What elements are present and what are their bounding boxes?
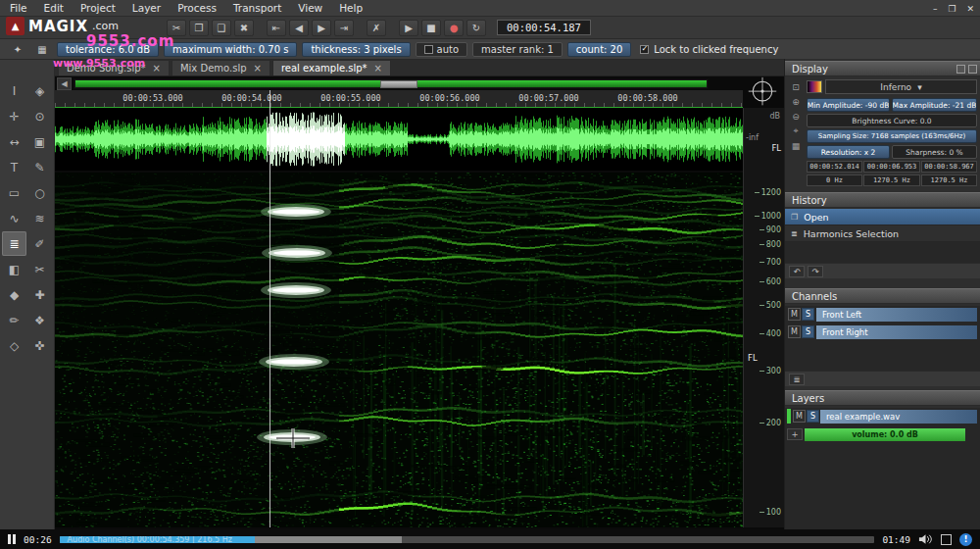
panel-pin-icon[interactable] [956,65,965,74]
info-badge[interactable]: ! [959,533,972,546]
draw-tool[interactable]: ✎ [27,155,52,179]
menu-layer[interactable]: Layer [132,2,161,14]
measure-tool[interactable]: ✜ [27,333,52,358]
minimize-button[interactable]: – [933,4,938,14]
transform-tool[interactable]: ◈ [27,78,52,103]
clear-icon[interactable]: ✗ [367,20,386,36]
delete-icon[interactable]: ✖ [234,20,254,36]
history-panel-header[interactable]: History [785,192,980,208]
harmonics-select-tool[interactable]: ≣ [2,231,26,256]
auto-checkbox[interactable]: auto [416,42,468,57]
record-icon[interactable]: ● [444,20,464,36]
paste-icon[interactable]: ❑ [212,20,231,36]
copy-icon[interactable]: ❐ [189,20,209,36]
menu-file[interactable]: File [10,2,27,14]
tab-close-icon[interactable]: × [254,63,262,74]
menu-process[interactable]: Process [177,2,217,14]
panel-collapse-icon[interactable] [968,65,977,74]
stop-icon[interactable]: ■ [421,20,441,36]
crosshair-target-icon[interactable] [746,76,779,108]
channel-front-right[interactable]: Front Right [816,325,977,339]
min-amplitude-button[interactable]: Min Amplitude: -90 dB [807,98,890,112]
layers-panel-header[interactable]: Layers [785,390,980,406]
playhead-cursor[interactable] [270,90,270,527]
move-tool[interactable]: ↔ [2,129,26,154]
step-back-icon[interactable]: ◀ [289,20,309,36]
frame-tool[interactable]: ▣ [27,129,52,154]
master-rank-field[interactable]: master rank: 1 [472,42,563,57]
solo-button-front-right[interactable]: S [802,325,814,338]
grid-icon[interactable]: ▦ [32,41,52,58]
noise-select-tool[interactable]: ≋ [27,206,52,230]
text-tool[interactable]: T [2,155,26,179]
collapse-panel-button[interactable]: ◀ [57,77,72,90]
maximize-button[interactable]: ❐ [948,4,956,14]
thickness-field[interactable]: thickness: 3 pixels [302,42,410,57]
go-end-icon[interactable]: ⇥ [334,20,354,36]
target-icon[interactable]: ⌖ [789,125,803,137]
mute-button-front-right[interactable]: M [788,325,801,338]
lasso-select-tool[interactable]: ○ [27,180,52,205]
clone-tool[interactable]: ✚ [27,282,52,307]
pan-tool[interactable]: ✛ [2,104,26,128]
undo-icon[interactable]: ↶ [789,266,805,277]
eraser-tool[interactable]: ◧ [2,257,26,281]
volume-icon[interactable] [918,533,933,545]
play-icon[interactable]: ▶ [399,20,418,36]
menu-project[interactable]: Project [80,2,116,14]
tab-mix-demo[interactable]: Mix Demo.slp × [172,60,270,75]
seek-bar[interactable]: Audio Channel(s) 00:00:54.359 | 216.5 Hz [60,536,875,543]
resolution-button[interactable]: Resolution: x 2 [807,145,890,159]
go-start-icon[interactable]: ⇤ [267,20,286,36]
count-field[interactable]: count: 20 [567,42,632,57]
step-forward-icon[interactable]: ▶ [312,20,331,36]
solo-button-front-left[interactable]: S [802,308,814,321]
rect-select-tool[interactable]: ▭ [2,180,26,205]
horizontal-zoom-bar[interactable] [74,78,709,89]
max-width-field[interactable]: maximum width: 0.70 s [164,42,297,57]
brush-tool[interactable]: ❖ [27,308,52,332]
mute-button-front-left[interactable]: M [788,308,801,321]
max-amplitude-button[interactable]: Max Amplitude: -21 dB [892,98,977,112]
menu-transport[interactable]: Transport [233,2,281,14]
mute-button-layer[interactable]: M [793,410,806,423]
menu-help[interactable]: Help [339,2,363,14]
close-button[interactable]: ✕ [966,4,974,14]
tab-real-example[interactable]: real example.slp* × [272,60,391,75]
frequency-select-tool[interactable]: ∿ [2,206,26,230]
colormap-dropdown[interactable]: Inferno ▾ [825,79,977,94]
layer-volume-bar[interactable]: volume: 0.0 dB [805,428,965,441]
item-tool[interactable]: I [2,78,26,103]
redo-icon[interactable]: ↷ [808,266,823,277]
zoom-tool[interactable]: ⊙ [27,104,52,128]
display-panel-header[interactable]: Display [785,61,980,76]
waveform-canvas[interactable] [55,108,743,171]
layer-item[interactable]: real example.wav [820,410,977,424]
pointer-mode-icon[interactable]: ⊡ [789,80,803,93]
history-item-harmonics-selection[interactable]: ≣ Harmonics Selection [785,225,980,242]
menu-view[interactable]: View [298,2,322,14]
pause-button[interactable] [8,534,16,544]
lock-frequency-checkbox[interactable]: ✓ Lock to clicked frequency [640,44,778,55]
grid-toggle-icon[interactable]: ▦ [789,139,803,152]
brightness-curve-button[interactable]: Brightness Curve: 0.0 [807,114,977,127]
zoom-bar-handle[interactable] [380,80,417,88]
wand-icon[interactable]: ✦ [8,41,27,58]
pencil-tool[interactable]: ✏ [2,308,26,332]
scissors-tool[interactable]: ✂ [27,257,52,281]
cube-tool[interactable]: ◇ [2,333,26,358]
tab-close-icon[interactable]: × [153,63,161,74]
sampling-size-button[interactable]: Sampling Size: 7168 samples (163ms/6Hz) [807,129,977,143]
stamp-tool[interactable]: ◆ [2,282,26,307]
channels-panel-header[interactable]: Channels [785,288,980,304]
colormap-thumbnail[interactable] [807,80,822,93]
hamburger-menu-icon[interactable]: ≣ [789,374,805,385]
loop-icon[interactable]: ↻ [466,20,486,36]
pen-tool[interactable]: ✐ [27,231,52,256]
timeline-ruler[interactable]: 00:00:53.00000:00:54.00000:00:55.00000:0… [55,90,743,108]
menu-edit[interactable]: Edit [44,2,64,14]
channel-front-left[interactable]: Front Left [816,308,977,322]
zoom-in-icon[interactable]: ⊕ [789,95,803,108]
sharpness-button[interactable]: Sharpness: 0 % [892,145,977,159]
zoom-out-icon[interactable]: ⊖ [789,110,803,123]
